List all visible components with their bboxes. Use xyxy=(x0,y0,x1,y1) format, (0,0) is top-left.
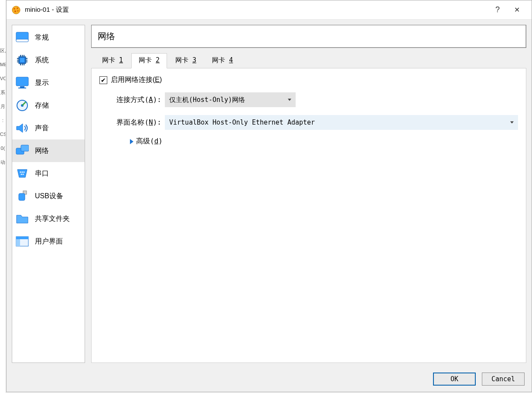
virtualbox-icon xyxy=(12,6,20,14)
sidebar-item-network[interactable]: 网络 xyxy=(12,139,85,162)
sidebar-item-serial[interactable]: 串口 xyxy=(12,162,85,185)
sidebar-item-label: 系统 xyxy=(35,56,49,65)
svg-point-29 xyxy=(22,172,23,173)
sidebar-item-usb[interactable]: USB设备 xyxy=(12,185,85,207)
page-title: 网络 xyxy=(91,25,526,48)
folder-icon xyxy=(16,212,29,225)
window-title: minio-01 - 设置 xyxy=(25,6,69,14)
sidebar-item-label: 共享文件夹 xyxy=(35,214,70,224)
monitor-icon xyxy=(16,31,29,44)
advanced-label: 高级(d) xyxy=(136,137,163,146)
svg-point-3 xyxy=(14,10,16,12)
sidebar-item-label: 存储 xyxy=(35,101,49,110)
svg-rect-37 xyxy=(16,239,20,246)
chevron-down-icon xyxy=(288,99,291,101)
sidebar-item-label: 网络 xyxy=(35,146,49,156)
titlebar[interactable]: minio-01 - 设置 ? ✕ xyxy=(7,0,532,20)
svg-rect-34 xyxy=(19,193,25,200)
svg-point-4 xyxy=(17,10,19,12)
sidebar-item-audio[interactable]: 声音 xyxy=(12,117,85,139)
attached-to-value: 仅主机(Host-Only)网络 xyxy=(169,96,245,104)
svg-point-31 xyxy=(21,174,22,175)
disk-icon xyxy=(16,99,29,112)
checkmark-icon: ✔ xyxy=(101,77,106,83)
ui-layout-icon xyxy=(16,235,29,248)
settings-main-panel: 网络 网卡 1 网卡 2 网卡 3 网卡 4 ✔ 启用网络连接(E) 连接方式(… xyxy=(91,25,526,363)
svg-rect-36 xyxy=(16,237,28,239)
sidebar-item-system[interactable]: 系统 xyxy=(12,49,85,71)
interface-name-combobox[interactable]: VirtualBox Host-Only Ethernet Adapter xyxy=(165,115,518,130)
display-icon xyxy=(16,76,29,89)
enable-network-label: 启用网络连接(E) xyxy=(111,75,162,85)
svg-point-2 xyxy=(17,7,18,9)
chip-icon xyxy=(16,54,29,67)
sidebar-item-user-interface[interactable]: 用户界面 xyxy=(12,230,85,253)
attached-to-label: 连接方式(A): xyxy=(99,95,165,105)
speaker-icon xyxy=(16,122,29,135)
interface-name-value: VirtualBox Host-Only Ethernet Adapter xyxy=(169,119,315,126)
svg-point-32 xyxy=(23,174,24,175)
enable-network-checkbox-row[interactable]: ✔ 启用网络连接(E) xyxy=(99,75,518,85)
sidebar-item-label: 用户界面 xyxy=(35,237,63,246)
attached-to-row: 连接方式(A): 仅主机(Host-Only)网络 xyxy=(99,92,518,107)
svg-point-28 xyxy=(20,172,21,173)
sidebar-item-label: 声音 xyxy=(35,124,49,133)
enable-network-checkbox[interactable]: ✔ xyxy=(99,76,107,84)
chevron-down-icon xyxy=(510,122,514,124)
serial-port-icon xyxy=(16,167,29,180)
close-button[interactable]: ✕ xyxy=(507,0,526,20)
svg-point-1 xyxy=(14,8,15,10)
svg-rect-27 xyxy=(21,145,29,151)
sidebar-item-shared-folders[interactable]: 共享文件夹 xyxy=(12,207,85,230)
help-button[interactable]: ? xyxy=(488,0,507,20)
background-cutoff-strip: 区, ME VC 系月 : CS 0( 动 xyxy=(0,0,6,393)
dialog-footer: OK Cancel xyxy=(7,368,532,392)
dialog-body: 常规 系统 显示 xyxy=(7,20,532,368)
sidebar-item-storage[interactable]: 存储 xyxy=(12,94,85,117)
sidebar-item-label: 串口 xyxy=(35,169,49,178)
svg-point-30 xyxy=(24,172,25,173)
svg-rect-21 xyxy=(16,77,28,86)
tab-adapter-2[interactable]: 网卡 2 xyxy=(131,53,167,68)
svg-point-0 xyxy=(12,6,20,14)
advanced-expander[interactable]: 高级(d) xyxy=(130,137,518,146)
sidebar-item-label: 常规 xyxy=(35,33,49,42)
svg-rect-6 xyxy=(16,39,28,42)
ok-button[interactable]: OK xyxy=(433,373,476,386)
tab-adapter-4[interactable]: 网卡 4 xyxy=(205,53,240,68)
cancel-button[interactable]: Cancel xyxy=(482,373,525,386)
sidebar-item-display[interactable]: 显示 xyxy=(12,71,85,94)
svg-rect-23 xyxy=(18,88,26,88)
sidebar-item-general[interactable]: 常规 xyxy=(12,26,85,49)
adapter-tabs: 网卡 1 网卡 2 网卡 3 网卡 4 xyxy=(91,53,526,68)
sidebar-item-label: USB设备 xyxy=(35,192,63,201)
tab-adapter-3[interactable]: 网卡 3 xyxy=(168,53,204,68)
sidebar-item-label: 显示 xyxy=(35,78,49,88)
network-icon xyxy=(16,144,29,157)
attached-to-combobox[interactable]: 仅主机(Host-Only)网络 xyxy=(165,92,296,107)
settings-category-sidebar: 常规 系统 显示 xyxy=(12,25,85,363)
triangle-right-icon xyxy=(130,139,133,144)
adapter-tab-panel: ✔ 启用网络连接(E) 连接方式(A): 仅主机(Host-Only)网络 界面… xyxy=(91,68,526,363)
interface-name-label: 界面名称(N): xyxy=(99,118,165,127)
svg-rect-22 xyxy=(20,86,24,88)
interface-name-row: 界面名称(N): VirtualBox Host-Only Ethernet A… xyxy=(99,115,518,130)
settings-dialog: minio-01 - 设置 ? ✕ 常规 系统 xyxy=(6,0,532,392)
tab-adapter-1[interactable]: 网卡 1 xyxy=(95,53,130,68)
usb-icon xyxy=(16,190,29,203)
svg-rect-8 xyxy=(20,58,24,62)
